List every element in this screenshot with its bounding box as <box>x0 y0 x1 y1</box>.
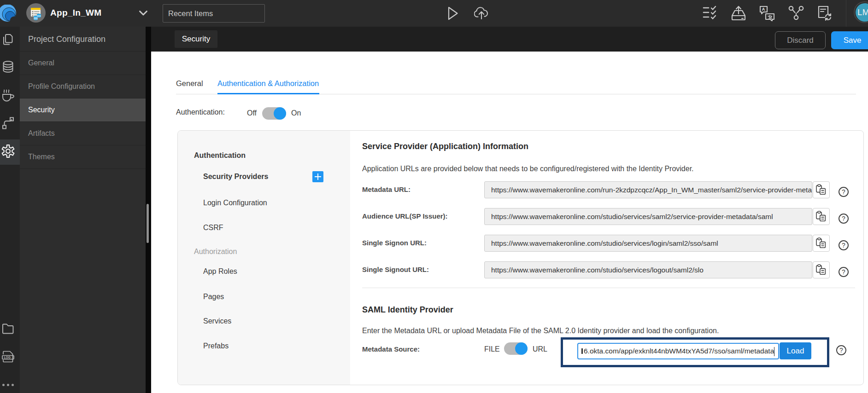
svg-text:LOG: LOG <box>4 356 11 359</box>
svg-text:A: A <box>762 7 765 12</box>
